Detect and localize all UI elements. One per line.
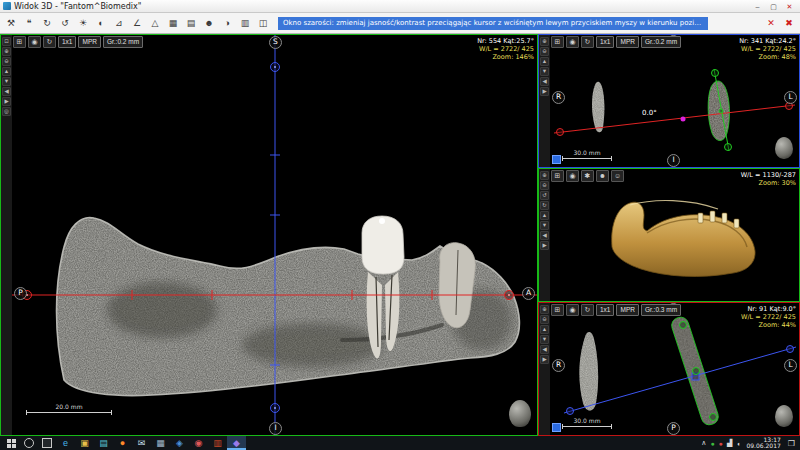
zoom-out-icon[interactable]: ⊖ — [540, 315, 549, 324]
expand-icon[interactable]: ⊞ — [551, 304, 564, 316]
pan-up-icon[interactable]: ▲ — [2, 67, 11, 76]
zoom-in-icon[interactable]: ⊕ — [540, 37, 549, 46]
taskbar-firefox[interactable]: ● — [113, 436, 132, 450]
undo-rotate-icon[interactable]: ↺ — [56, 15, 74, 32]
patient-icon[interactable]: ☻ — [200, 15, 218, 32]
head-side-icon[interactable]: ☺ — [611, 170, 624, 182]
zoom-in-icon[interactable]: ⊕ — [540, 171, 549, 180]
head-front-icon[interactable]: ☻ — [596, 170, 609, 182]
maximize-button[interactable]: ▢ — [766, 1, 781, 11]
cortana-search-button[interactable] — [20, 436, 38, 450]
exit-icon[interactable]: ✖ — [780, 15, 798, 32]
rotate-left-icon[interactable]: ↺ — [540, 191, 549, 200]
panel-layout-icon[interactable]: ▥ — [236, 15, 254, 32]
split-layout-icon[interactable]: ▤ — [182, 15, 200, 32]
pan-left-icon[interactable]: ◀ — [540, 345, 549, 354]
pan-left-icon[interactable]: ◀ — [540, 231, 549, 240]
angle-measure-icon[interactable]: ∠ — [128, 15, 146, 32]
rotate-right-icon[interactable]: ↻ — [540, 201, 549, 210]
grid-layout-icon[interactable]: ▦ — [164, 15, 182, 32]
snapshot-icon[interactable]: ◉ — [566, 170, 579, 182]
pan-right-icon[interactable]: ▶ — [2, 97, 11, 106]
slice-plane-line[interactable] — [712, 69, 732, 151]
tray-status-red-icon[interactable]: ● — [717, 436, 725, 450]
taskbar-clock[interactable]: 13:17 09.06.2017 — [743, 437, 783, 450]
annotation-icon[interactable]: ❝ — [20, 15, 38, 32]
window-level-icon[interactable]: ◐ — [92, 15, 110, 32]
sagittal-plane-line[interactable] — [564, 346, 796, 415]
axial-plane-line[interactable] — [554, 103, 795, 136]
layout-button[interactable]: 1x1 — [596, 36, 614, 48]
tangential-view[interactable]: ⊞◉↻ 1x1 MPR Gr.:0.2 mm Nr: 341 Kąt:24.2°… — [550, 35, 799, 167]
zoom-in-icon[interactable]: ⊕ — [2, 47, 11, 56]
mpr-button[interactable]: MPR — [616, 36, 638, 48]
thickness-button[interactable]: Gr.:0.2 mm — [103, 36, 143, 48]
minimize-button[interactable]: – — [750, 1, 765, 11]
pan-up-icon[interactable]: ▲ — [540, 57, 549, 66]
taskbar-photos[interactable]: ◈ — [170, 436, 189, 450]
tray-chevron-icon[interactable]: ∧ — [699, 436, 708, 450]
close-button[interactable]: ✕ — [782, 1, 797, 11]
pan-up-icon[interactable]: ▲ — [540, 211, 549, 220]
taskbar-imaging-app[interactable]: ◆ — [227, 436, 246, 450]
pan-right-icon[interactable]: ▶ — [540, 241, 549, 250]
pan-right-icon[interactable]: ▶ — [540, 355, 549, 364]
cross-section-view[interactable]: ⊞◉↻ 1x1 MPR Gr.:0.2 mm Nr: 554 Kąt:25.7°… — [12, 35, 537, 435]
zoom-in-icon[interactable]: ⊕ — [540, 305, 549, 314]
expand-icon[interactable]: ⊞ — [551, 36, 564, 48]
rotate-icon[interactable]: ↻ — [43, 36, 56, 48]
taskbar-edge[interactable]: e — [56, 436, 75, 450]
pan-down-icon[interactable]: ▼ — [540, 335, 549, 344]
pan-right-icon[interactable]: ▶ — [540, 87, 549, 96]
sagittal-crosshair-line[interactable] — [270, 35, 280, 435]
rotate-icon[interactable]: ↻ — [581, 36, 594, 48]
taskbar-mail[interactable]: ✉ — [132, 436, 151, 450]
fit-view-icon[interactable]: ⊡ — [2, 37, 11, 46]
start-button[interactable] — [2, 436, 20, 450]
rotate-icon[interactable]: ↻ — [581, 304, 594, 316]
snapshot-icon[interactable]: ◉ — [566, 304, 579, 316]
layout-button[interactable]: 1x1 — [58, 36, 76, 48]
task-view-button[interactable] — [38, 436, 56, 450]
taskbar-paint[interactable]: ◉ — [189, 436, 208, 450]
pan-left-icon[interactable]: ◀ — [2, 87, 11, 96]
axial-view[interactable]: ⊞◉↻ 1x1 MPR Gr.:0.3 mm Nr: 91 Kąt:9.0° W… — [550, 303, 799, 435]
angle-marker-dot[interactable] — [681, 117, 686, 122]
layout-button[interactable]: 1x1 — [596, 304, 614, 316]
mpr-button[interactable]: MPR — [78, 36, 100, 48]
snapshot-icon[interactable]: ◉ — [28, 36, 41, 48]
taskbar-explorer[interactable]: ▣ — [75, 436, 94, 450]
close-study-icon[interactable]: ✕ — [762, 15, 780, 32]
reset-view-icon[interactable]: ↻ — [38, 15, 56, 32]
center-icon[interactable]: ◎ — [2, 107, 11, 116]
tray-status-green-icon[interactable]: ● — [708, 436, 716, 450]
thickness-button[interactable]: Gr.:0.3 mm — [641, 304, 681, 316]
expand-icon[interactable]: ⊞ — [13, 36, 26, 48]
expand-icon[interactable]: ⊞ — [551, 170, 564, 182]
thickness-button[interactable]: Gr.:0.2 mm — [641, 36, 681, 48]
zoom-out-icon[interactable]: ⊖ — [540, 47, 549, 56]
stereo-view-icon[interactable]: ◫ — [254, 15, 272, 32]
pan-up-icon[interactable]: ▲ — [540, 325, 549, 334]
orientation-head-icon[interactable] — [775, 137, 793, 159]
zoom-out-icon[interactable]: ⊖ — [540, 181, 549, 190]
pan-down-icon[interactable]: ▼ — [2, 77, 11, 86]
pan-down-icon[interactable]: ▼ — [540, 221, 549, 230]
ruler-icon[interactable]: ⊿ — [110, 15, 128, 32]
pan-left-icon[interactable]: ◀ — [540, 77, 549, 86]
pan-down-icon[interactable]: ▼ — [540, 67, 549, 76]
orientation-head-icon[interactable] — [775, 405, 793, 427]
tools-icon[interactable]: ⚒ — [2, 15, 20, 32]
taskbar-office[interactable]: ▥ — [208, 436, 227, 450]
slice-indicator-chip[interactable] — [552, 155, 561, 164]
tray-network-icon[interactable]: ▟ — [725, 436, 734, 450]
brightness-icon[interactable]: ☀ — [74, 15, 92, 32]
invert-icon[interactable]: ◑ — [218, 15, 236, 32]
settings-icon[interactable]: ✱ — [581, 170, 594, 182]
taskbar-store[interactable]: ▤ — [94, 436, 113, 450]
action-center-button[interactable]: ❒ — [785, 436, 798, 450]
taskbar-calculator[interactable]: ▦ — [151, 436, 170, 450]
mpr-button[interactable]: MPR — [616, 304, 638, 316]
tray-volume-icon[interactable]: ◖ — [734, 436, 742, 450]
orientation-head-icon[interactable] — [509, 400, 531, 427]
